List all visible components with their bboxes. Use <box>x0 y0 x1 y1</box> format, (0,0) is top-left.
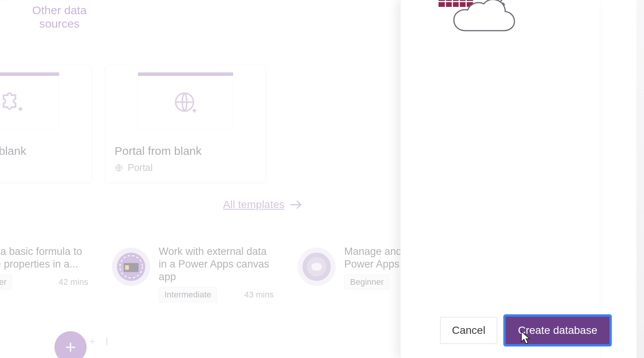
module-icon <box>302 252 332 282</box>
level-pill: Beginner <box>0 274 12 290</box>
module-title: Work with external data in a Power Apps … <box>159 245 274 283</box>
svg-rect-14 <box>311 263 322 271</box>
card-subtitle: Portal <box>115 162 256 173</box>
template-cards: n app from blank en app <box>0 65 266 183</box>
side-panel <box>400 0 600 358</box>
card-subtitle-text: Portal <box>128 162 153 173</box>
data-source-tab[interactable]: Other data sources <box>27 0 92 30</box>
card-hero <box>0 66 92 136</box>
puzzle-plus-icon <box>0 91 23 115</box>
arrow-right-icon <box>290 200 303 210</box>
globe-icon <box>115 164 123 172</box>
module-duration: 42 mins <box>59 277 88 287</box>
card-title: Portal from blank <box>115 145 256 158</box>
tile-label: Other data sources <box>32 4 87 30</box>
data-source-tabs: on vice Other data sources <box>0 0 92 30</box>
create-database-button[interactable]: Create database <box>506 317 610 344</box>
panel-illustration <box>423 0 523 48</box>
level-pill: Beginner <box>344 274 389 290</box>
link-text: All templates <box>223 199 284 211</box>
all-templates-link[interactable]: All templates <box>223 199 303 211</box>
card-subtitle: en app <box>0 162 82 173</box>
template-card-blank-app[interactable]: n app from blank en app <box>0 65 92 183</box>
new-item-button[interactable] <box>54 331 87 358</box>
cancel-button[interactable]: Cancel <box>440 317 497 344</box>
globe-plus-icon <box>174 91 197 115</box>
decorative-text: + I <box>89 335 108 348</box>
learning-card[interactable]: Author a basic formula to change propert… <box>0 241 94 306</box>
learning-row: Author a basic formula to change propert… <box>0 241 465 306</box>
svg-rect-11 <box>125 265 129 270</box>
panel-actions: Cancel Create database <box>440 317 610 344</box>
card-title: n app from blank <box>0 145 82 158</box>
scrollbar[interactable] <box>636 0 644 358</box>
module-title: Author a basic formula to change propert… <box>0 245 88 271</box>
module-icon <box>116 252 146 282</box>
card-hero <box>105 66 266 136</box>
template-card-portal[interactable]: Portal from blank Portal <box>105 65 266 183</box>
plus-icon <box>63 340 78 355</box>
learning-card[interactable]: Work with external data in a Power Apps … <box>107 241 279 306</box>
data-source-tab[interactable]: on vice <box>0 0 15 30</box>
module-duration: 43 mins <box>244 290 274 300</box>
level-pill: Intermediate <box>159 287 217 302</box>
